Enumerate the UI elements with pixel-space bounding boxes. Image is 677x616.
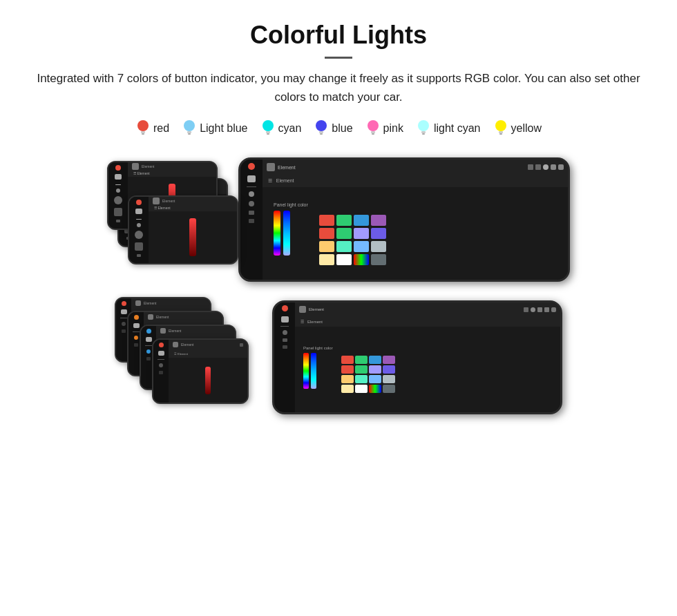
bottom-device-1: Element ☰ Element bbox=[152, 338, 249, 404]
title-divider bbox=[325, 57, 352, 59]
title-section: Colorful Lights Integrated with 7 colors… bbox=[28, 21, 649, 106]
top-stacked-group: Element ☰ Element bbox=[107, 161, 231, 278]
pink-bulb-icon bbox=[365, 119, 381, 138]
blue-bulb-icon bbox=[314, 119, 329, 138]
color-label-red: red bbox=[153, 122, 169, 135]
color-item-blue: blue bbox=[314, 119, 352, 138]
color-item-lightblue: Light blue bbox=[182, 119, 247, 138]
svg-rect-20 bbox=[499, 133, 502, 135]
svg-rect-13 bbox=[371, 131, 375, 133]
top-devices-row: Element ☰ Element bbox=[28, 157, 649, 282]
svg-point-12 bbox=[368, 120, 379, 131]
svg-rect-11 bbox=[320, 133, 323, 135]
svg-rect-5 bbox=[188, 133, 191, 135]
color-item-cyan: cyan bbox=[260, 119, 302, 138]
svg-rect-10 bbox=[319, 131, 323, 133]
color-item-yellow: yellow bbox=[493, 119, 542, 138]
yellow-bulb-icon bbox=[493, 119, 508, 138]
color-label-blue: blue bbox=[332, 122, 352, 135]
svg-rect-8 bbox=[267, 133, 269, 135]
lightcyan-bulb-icon bbox=[416, 119, 431, 138]
svg-rect-2 bbox=[142, 133, 144, 135]
top-device-1: Element ☰ Element bbox=[128, 195, 238, 264]
red-bulb-icon bbox=[135, 119, 151, 138]
color-label-lightblue: Light blue bbox=[200, 122, 247, 135]
color-item-red: red bbox=[135, 119, 169, 138]
svg-point-15 bbox=[418, 120, 429, 131]
color-indicators: red Light blue cyan bbox=[28, 119, 649, 138]
color-label-cyan: cyan bbox=[278, 122, 302, 135]
bottom-devices-row: Element ☰ Element bbox=[28, 297, 649, 418]
svg-rect-4 bbox=[187, 131, 191, 133]
svg-point-9 bbox=[316, 120, 327, 131]
bottom-main-device: Element ☰ Element bbox=[272, 300, 562, 414]
panel-label-top: Panel light color bbox=[274, 202, 308, 207]
cyan-bulb-icon bbox=[260, 119, 276, 138]
color-item-lightcyan: light cyan bbox=[416, 119, 481, 138]
svg-rect-16 bbox=[421, 131, 426, 133]
description-text: Integrated with 7 colors of button indic… bbox=[28, 69, 649, 106]
lightblue-bulb-icon bbox=[182, 119, 197, 138]
svg-point-18 bbox=[495, 120, 506, 131]
color-item-pink: pink bbox=[365, 119, 403, 138]
color-label-lightcyan: light cyan bbox=[434, 122, 481, 135]
svg-rect-17 bbox=[422, 133, 425, 135]
svg-rect-7 bbox=[266, 131, 270, 133]
svg-point-0 bbox=[137, 120, 149, 131]
color-label-pink: pink bbox=[383, 122, 403, 135]
panel-label-bottom: Panel light color bbox=[303, 346, 333, 350]
bottom-stacked-group: Element ☰ Element bbox=[115, 297, 267, 418]
svg-rect-14 bbox=[372, 133, 374, 135]
page-container: Colorful Lights Integrated with 7 colors… bbox=[0, 0, 677, 454]
svg-rect-1 bbox=[141, 131, 145, 133]
svg-rect-19 bbox=[499, 131, 503, 133]
page-title: Colorful Lights bbox=[28, 21, 649, 50]
svg-point-3 bbox=[184, 120, 195, 131]
color-label-yellow: yellow bbox=[511, 122, 542, 135]
svg-point-6 bbox=[263, 120, 274, 131]
top-main-device: Element ☰ Element bbox=[238, 157, 570, 282]
